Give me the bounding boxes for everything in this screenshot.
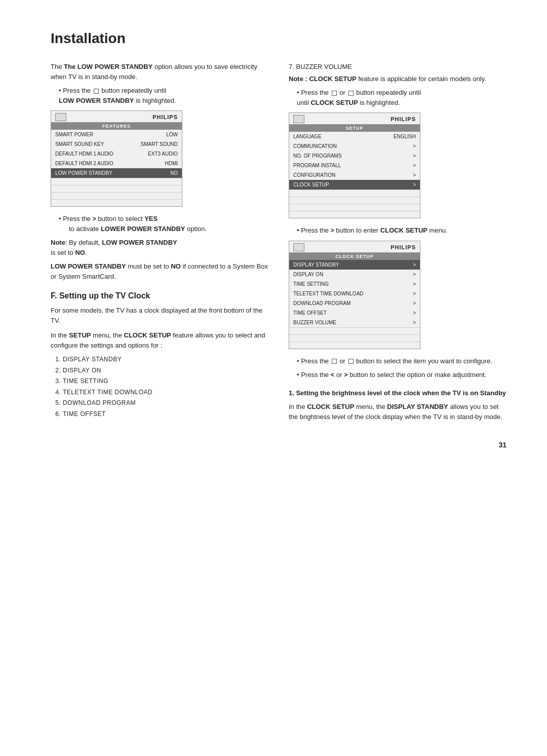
right-bullet-4: Press the < or > button to select the op… bbox=[297, 370, 506, 380]
button-icon-2 bbox=[332, 91, 337, 96]
table-row: DOWNLOAD PROGRAM > bbox=[289, 298, 420, 308]
tv-icon-3 bbox=[293, 243, 304, 251]
empty-row bbox=[51, 178, 182, 185]
table-row: DEFAULT HDMI 2 AUDIO HDMI bbox=[51, 159, 182, 168]
list-item: DOWNLOAD PROGRAM bbox=[63, 398, 268, 409]
right-column: 7. BUZZER VOLUME Note : CLOCK SETUP feat… bbox=[289, 62, 506, 426]
table-row: NO. OF PROGRAMS > bbox=[289, 151, 420, 161]
sub-heading: 1. Setting the brightness level of the c… bbox=[289, 388, 506, 398]
list-item: TELETEXT TIME DOWNLOAD bbox=[63, 387, 268, 398]
table-row: LANGUAGE ENGLISH bbox=[289, 132, 420, 141]
tv-icon-2 bbox=[293, 115, 304, 123]
table-row: SMART SOUND KEY SMART SOUND bbox=[51, 139, 182, 149]
note-1: Note: By default, LOW POWER STANDBY is s… bbox=[51, 238, 268, 257]
tv-menu-setup: PHILIPS SETUP LANGUAGE ENGLISH COMMUNICA… bbox=[289, 112, 420, 218]
para-2: In the SETUP menu, the CLOCK SETUP featu… bbox=[51, 330, 268, 350]
left-column: The The LOW POWER STANDBY option allows … bbox=[51, 62, 268, 426]
arrow-right-icon-2: > bbox=[331, 226, 334, 235]
list-item: TIME SETTING bbox=[63, 376, 268, 387]
clock-note: Note : CLOCK SETUP feature is applicable… bbox=[289, 74, 506, 84]
table-row: COMMUNICATION > bbox=[289, 141, 420, 151]
empty-row bbox=[289, 327, 420, 334]
list-item: TIME OFFSET bbox=[63, 409, 268, 420]
list-item: DISPLAY STANDBY bbox=[63, 354, 268, 365]
empty-row bbox=[289, 211, 420, 218]
note-2: LOW POWER STANDBY must be set to NO if c… bbox=[51, 261, 268, 281]
features-tab: FEATURES bbox=[51, 123, 182, 130]
right-bullet-1: Press the or button repeatedly until unt… bbox=[297, 88, 506, 107]
section-f-heading: F. Setting up the TV Clock bbox=[51, 291, 268, 300]
table-row: PROGRAM INSTALL > bbox=[289, 161, 420, 170]
button-icon-5 bbox=[348, 359, 354, 364]
clock-setup-list: DISPLAY STANDBY DISPLAY ON TIME SETTING … bbox=[63, 354, 268, 420]
empty-row bbox=[289, 190, 420, 197]
empty-row bbox=[289, 197, 420, 204]
list-item: DISPLAY ON bbox=[63, 365, 268, 376]
button-icon-1 bbox=[94, 89, 99, 94]
button-icon-3 bbox=[348, 91, 354, 96]
table-row-highlighted: LOW POWER STANDBY NO bbox=[51, 168, 182, 178]
setup-tab: SETUP bbox=[289, 125, 420, 132]
empty-row bbox=[289, 334, 420, 342]
right-bullet-3: Press the or button to select the item y… bbox=[297, 356, 506, 366]
table-row: TELETEXT TIME DOWNLOAD > bbox=[289, 289, 420, 298]
table-row: SMART POWER LOW bbox=[51, 130, 182, 139]
empty-row bbox=[51, 185, 182, 192]
sub-para: In the CLOCK SETUP menu, the DISPLAY STA… bbox=[289, 402, 506, 422]
tv-menu-features: PHILIPS FEATURES SMART POWER LOW SMART S… bbox=[51, 110, 182, 207]
table-row: TIME SETTING > bbox=[289, 279, 420, 289]
table-row: TIME OFFSET > bbox=[289, 308, 420, 318]
empty-row bbox=[289, 204, 420, 211]
right-bullet-2: Press the > button to enter CLOCK SETUP … bbox=[297, 225, 506, 236]
tv-icon bbox=[55, 113, 66, 121]
page-title: Installation bbox=[51, 30, 506, 47]
intro-text: The The LOW POWER STANDBY option allows … bbox=[51, 62, 268, 82]
para-1: For some models, the TV has a clock disp… bbox=[51, 306, 268, 325]
empty-row bbox=[289, 342, 420, 349]
bullet-1: Press the button repeatedly until LOW PO… bbox=[59, 86, 268, 105]
item-7: 7. BUZZER VOLUME bbox=[289, 62, 506, 72]
table-row: BUZZER VOLUME > bbox=[289, 318, 420, 327]
table-row: DEFAULT HDMI 1 AUDIO EXT3 AUDIO bbox=[51, 149, 182, 159]
intro-bold: The LOW POWER STANDBY bbox=[64, 63, 152, 70]
clock-setup-tab: CLOCK SETUP bbox=[289, 253, 420, 260]
arrow-right-icon: > bbox=[93, 214, 96, 223]
page-number: 31 bbox=[51, 441, 506, 449]
table-row-highlighted: DISPLAY STANDBY > bbox=[289, 260, 420, 270]
empty-row bbox=[51, 199, 182, 206]
tv-menu-clock-setup: PHILIPS CLOCK SETUP DISPLAY STANDBY > DI… bbox=[289, 241, 420, 349]
table-row: CONFIGURATION > bbox=[289, 170, 420, 180]
table-row-highlighted: CLOCK SETUP > bbox=[289, 180, 420, 190]
button-icon-4 bbox=[332, 359, 337, 364]
empty-row bbox=[51, 192, 182, 199]
table-row: DISPLAY ON > bbox=[289, 270, 420, 279]
bullet-2: Press the > button to select YES to acti… bbox=[59, 214, 268, 234]
